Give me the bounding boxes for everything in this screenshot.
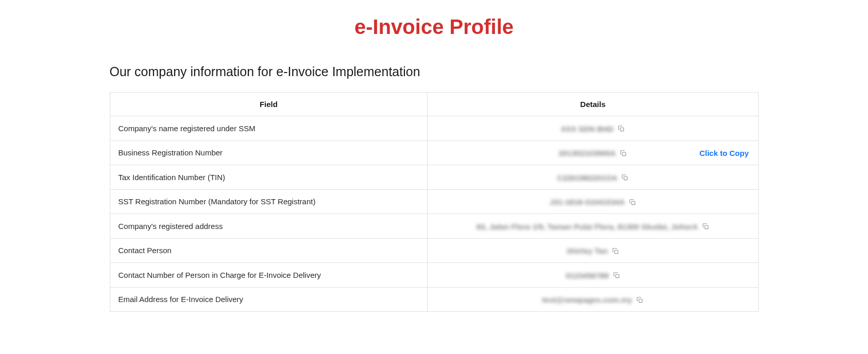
info-table: Field Details Company's name registered … xyxy=(110,92,759,312)
page-title: e-Invoice Profile xyxy=(110,15,759,39)
details-cell: J31-1818-31041534A xyxy=(428,189,758,214)
header-field: Field xyxy=(110,93,428,116)
details-cell: 83, Jalan Flora 1/9, Taman Pulai Flora, … xyxy=(428,214,758,239)
table-row: Email Address for E-Invoice Deliverytest… xyxy=(110,287,758,312)
copy-icon[interactable] xyxy=(702,223,709,230)
details-cell: Shirley Tan xyxy=(428,238,758,263)
copy-icon[interactable] xyxy=(613,272,620,279)
field-cell: Tax Identification Number (TIN) xyxy=(110,165,428,190)
copy-icon[interactable] xyxy=(629,199,636,206)
details-value: 201302103965A xyxy=(558,149,616,157)
svg-rect-2 xyxy=(624,176,627,180)
details-cell: test@newpages.com.my xyxy=(428,287,758,312)
table-row: Company's name registered under SSMXXX S… xyxy=(110,116,758,141)
header-details: Details xyxy=(428,93,758,116)
details-cell: 0123456789 xyxy=(428,263,758,288)
details-cell: 201302103965AClick to Copy xyxy=(428,140,758,165)
table-row: Contact Number of Person in Charge for E… xyxy=(110,263,758,288)
copy-icon[interactable] xyxy=(621,174,628,181)
details-value: C2261982201OA xyxy=(557,173,618,182)
details-value: test@newpages.com.my xyxy=(542,295,633,304)
svg-rect-0 xyxy=(620,128,623,131)
field-cell: SST Registration Number (Mandatory for S… xyxy=(110,189,428,214)
svg-rect-3 xyxy=(632,201,635,204)
svg-rect-5 xyxy=(615,250,618,253)
field-cell: Business Registration Number xyxy=(110,140,428,165)
copy-icon[interactable] xyxy=(618,125,625,132)
field-cell: Email Address for E-Invoice Delivery xyxy=(110,287,428,312)
field-cell: Company's registered address xyxy=(110,214,428,239)
click-to-copy-link[interactable]: Click to Copy xyxy=(700,148,749,157)
field-cell: Contact Number of Person in Charge for E… xyxy=(110,263,428,288)
details-value: Shirley Tan xyxy=(567,246,608,255)
copy-icon[interactable] xyxy=(612,247,619,255)
subtitle: Our company information for e-Invoice Im… xyxy=(110,64,759,79)
details-value: 83, Jalan Flora 1/9, Taman Pulai Flora, … xyxy=(476,222,698,231)
svg-rect-7 xyxy=(639,299,642,302)
table-row: Tax Identification Number (TIN)C22619822… xyxy=(110,165,758,190)
table-row: Business Registration Number201302103965… xyxy=(110,140,758,165)
details-value: 0123456789 xyxy=(566,271,608,280)
table-row: SST Registration Number (Mandatory for S… xyxy=(110,189,758,214)
details-value: XXX SDN BHD xyxy=(561,125,614,133)
details-cell: XXX SDN BHD xyxy=(428,116,758,141)
svg-rect-1 xyxy=(623,152,626,155)
svg-rect-4 xyxy=(705,225,708,228)
field-cell: Contact Person xyxy=(110,238,428,263)
details-value: J31-1818-31041534A xyxy=(550,198,625,206)
field-cell: Company's name registered under SSM xyxy=(110,116,428,141)
table-row: Company's registered address83, Jalan Fl… xyxy=(110,214,758,239)
copy-icon[interactable] xyxy=(636,296,643,304)
svg-rect-6 xyxy=(616,274,619,277)
table-row: Contact PersonShirley Tan xyxy=(110,238,758,263)
details-cell: C2261982201OA xyxy=(428,165,758,190)
copy-icon[interactable] xyxy=(620,150,627,157)
